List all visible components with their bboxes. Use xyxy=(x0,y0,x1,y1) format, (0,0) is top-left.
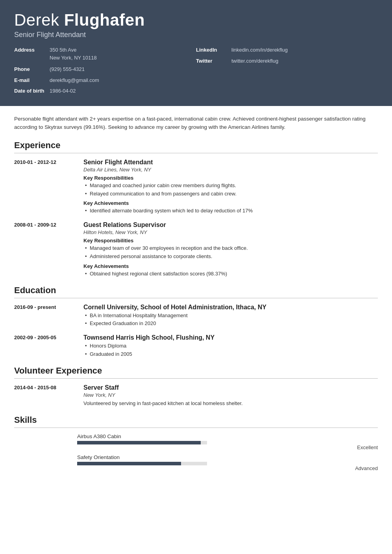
volunteer-title: Volunteer Experience xyxy=(14,366,378,379)
job-title: Senior Flight Attendant xyxy=(14,31,378,39)
edu-date-0: 2016-09 - present xyxy=(14,304,77,328)
dob-label: Date of birth xyxy=(14,87,50,95)
education-entry-1: 2002-09 - 2005-05 Townsend Harris High S… xyxy=(14,334,378,359)
skill-track-1 xyxy=(77,462,207,465)
exp-resp-list-0: Managed and coached junior cabin crew me… xyxy=(83,182,378,198)
exp-ach-list-1: Obtained highest regional client satisfa… xyxy=(83,270,378,278)
list-item: Managed and coached junior cabin crew me… xyxy=(84,182,378,190)
list-item: BA in International Hospitality Manageme… xyxy=(84,312,378,320)
exp-ach-label-1: Key Achievements xyxy=(83,263,378,269)
list-item: Identified alternate boarding system whi… xyxy=(84,207,378,215)
skill-bar-0 xyxy=(77,441,378,444)
exp-resp-label-1: Key Responsibilities xyxy=(83,238,378,244)
list-item: Obtained highest regional client satisfa… xyxy=(84,270,378,278)
address-row: Address 350 5th Ave New York, NY 10118 xyxy=(14,46,196,61)
skill-track-0 xyxy=(77,441,207,444)
list-item: Relayed communication to and from passen… xyxy=(84,190,378,198)
exp-title-1: Guest Relations Supervisor xyxy=(83,221,378,229)
address-label: Address xyxy=(14,46,50,54)
skill-fill-0 xyxy=(77,441,201,444)
experience-section: Experience 2010-01 - 2012-12 Senior Flig… xyxy=(14,140,378,278)
skill-item-0: Airbus A380 Cabin Excellent xyxy=(14,433,378,450)
edu-content-0: Cornell University, School of Hotel Admi… xyxy=(83,304,378,328)
list-item: Administered personal assistance to corp… xyxy=(84,253,378,261)
edu-title-0: Cornell University, School of Hotel Admi… xyxy=(83,304,378,311)
skills-title: Skills xyxy=(14,415,378,428)
exp-content-0: Senior Flight Attendant Delta Air Lines,… xyxy=(83,159,378,215)
exp-date-0: 2010-01 - 2012-12 xyxy=(14,159,77,215)
phone-row: Phone (929) 555-4321 xyxy=(14,65,196,73)
first-name: Derek xyxy=(14,11,59,29)
education-entry-0: 2016-09 - present Cornell University, Sc… xyxy=(14,304,378,328)
skill-item-1: Safety Orientation Advanced xyxy=(14,454,378,471)
vol-desc-0: Volunteered by serving in fast-paced kit… xyxy=(83,400,378,408)
volunteer-entry-0: 2014-04 - 2015-08 Server Staff New York,… xyxy=(14,384,378,408)
exp-resp-label-0: Key Responsibilities xyxy=(83,175,378,181)
exp-ach-list-0: Identified alternate boarding system whi… xyxy=(83,207,378,215)
education-section: Education 2016-09 - present Cornell Univ… xyxy=(14,285,378,359)
twitter-label: Twitter xyxy=(196,57,231,65)
address-value: 350 5th Ave New York, NY 10118 xyxy=(50,46,97,61)
exp-ach-label-0: Key Achievements xyxy=(83,200,378,206)
contact-left: Address 350 5th Ave New York, NY 10118 P… xyxy=(14,46,196,95)
vol-date-0: 2014-04 - 2015-08 xyxy=(14,384,77,408)
phone-value: (929) 555-4321 xyxy=(50,65,85,73)
exp-subtitle-1: Hilton Hotels, New York, NY xyxy=(83,229,378,235)
summary-text: Personable flight attendant with 2+ year… xyxy=(14,115,378,132)
vol-subtitle-0: New York, NY xyxy=(83,392,378,398)
list-item: Honors Diploma xyxy=(84,342,378,350)
skill-bar-1 xyxy=(77,462,378,465)
main-content: Personable flight attendant with 2+ year… xyxy=(0,106,392,490)
experience-entry-1: 2008-01 - 2009-12 Guest Relations Superv… xyxy=(14,221,378,278)
list-item: Expected Graduation in 2020 xyxy=(84,320,378,328)
skill-name-1: Safety Orientation xyxy=(77,454,378,460)
contact-info: Address 350 5th Ave New York, NY 10118 P… xyxy=(14,46,378,95)
edu-bullet-list-0: BA in International Hospitality Manageme… xyxy=(83,312,378,328)
email-value: derekflug@gmail.com xyxy=(50,76,99,84)
email-row: E-mail derekflug@gmail.com xyxy=(14,76,196,84)
linkedin-label: LinkedIn xyxy=(196,46,231,54)
name-block: Derek Flughafen Senior Flight Attendant xyxy=(14,11,378,39)
phone-label: Phone xyxy=(14,65,50,73)
skills-section: Skills Airbus A380 Cabin Excellent Safet… xyxy=(14,415,378,471)
edu-date-1: 2002-09 - 2005-05 xyxy=(14,334,77,359)
twitter-value: twitter.com/derekflug xyxy=(231,57,278,65)
experience-title: Experience xyxy=(14,140,378,153)
exp-resp-list-1: Managed team of over 30 employees in rec… xyxy=(83,244,378,261)
vol-title-0: Server Staff xyxy=(83,384,378,391)
list-item: Managed team of over 30 employees in rec… xyxy=(84,244,378,253)
last-name: Flughafen xyxy=(64,11,145,29)
exp-content-1: Guest Relations Supervisor Hilton Hotels… xyxy=(83,221,378,278)
header: Derek Flughafen Senior Flight Attendant … xyxy=(0,0,392,106)
edu-content-1: Townsend Harris High School, Flushing, N… xyxy=(83,334,378,359)
dob-value: 1986-04-02 xyxy=(50,87,76,95)
linkedin-value: linkedin.com/in/derekflug xyxy=(231,46,288,54)
skill-name-0: Airbus A380 Cabin xyxy=(77,433,378,439)
dob-row: Date of birth 1986-04-02 xyxy=(14,87,196,95)
full-name: Derek Flughafen xyxy=(14,11,378,29)
vol-content-0: Server Staff New York, NY Volunteered by… xyxy=(83,384,378,408)
edu-title-1: Townsend Harris High School, Flushing, N… xyxy=(83,334,378,341)
edu-bullet-list-1: Honors Diploma Graduated in 2005 xyxy=(83,342,378,359)
exp-title-0: Senior Flight Attendant xyxy=(83,159,378,166)
skill-fill-1 xyxy=(77,462,181,465)
list-item: Graduated in 2005 xyxy=(84,350,378,359)
volunteer-section: Volunteer Experience 2014-04 - 2015-08 S… xyxy=(14,366,378,408)
linkedin-row: LinkedIn linkedin.com/in/derekflug xyxy=(196,46,378,54)
exp-date-1: 2008-01 - 2009-12 xyxy=(14,221,77,278)
education-title: Education xyxy=(14,285,378,298)
experience-entry-0: 2010-01 - 2012-12 Senior Flight Attendan… xyxy=(14,159,378,215)
twitter-row: Twitter twitter.com/derekflug xyxy=(196,57,378,65)
skill-level-1: Advanced xyxy=(77,465,378,471)
skill-level-0: Excellent xyxy=(77,444,378,450)
exp-subtitle-0: Delta Air Lines, New York, NY xyxy=(83,167,378,173)
contact-right: LinkedIn linkedin.com/in/derekflug Twitt… xyxy=(196,46,378,95)
email-label: E-mail xyxy=(14,76,50,84)
